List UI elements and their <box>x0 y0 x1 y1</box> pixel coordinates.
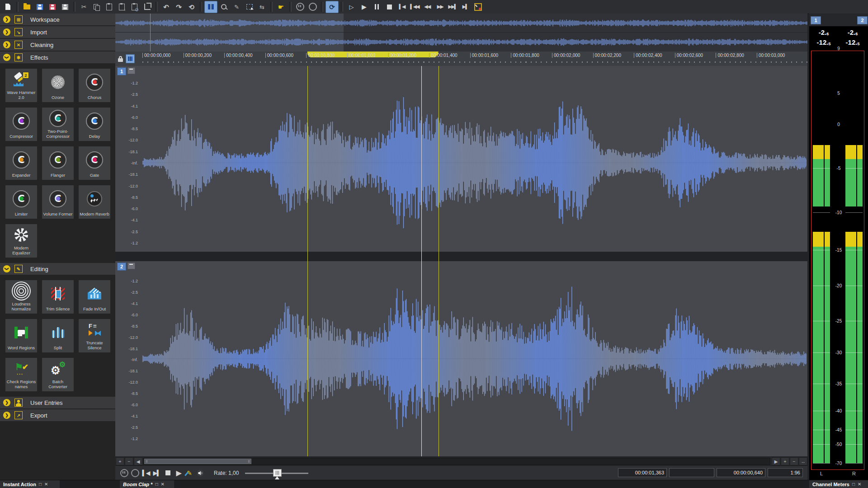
expand-arrow-icon[interactable]: ❯ <box>3 399 10 406</box>
channel-2-waveform[interactable] <box>142 261 807 456</box>
paste-button[interactable] <box>103 1 115 13</box>
hand-tool-button[interactable]: ☛ <box>275 1 287 13</box>
draw-tool-button[interactable]: ✎ <box>231 1 243 13</box>
scrollbar-track[interactable] <box>143 458 770 465</box>
sidebar-section-cleaning[interactable]: ❯✕Cleaning <box>0 39 115 51</box>
undo-button[interactable]: ↶ <box>160 1 172 13</box>
forward-button[interactable]: ▶▶ <box>434 1 446 13</box>
close-icon[interactable]: ✕ <box>44 482 48 487</box>
transport-stop-button[interactable] <box>162 468 173 479</box>
timeline-ruler[interactable]: 00:00:00,00000:00:00,20000:00:00,40000:0… <box>115 52 807 66</box>
record-pause-button[interactable] <box>294 1 306 13</box>
transport-go-to-start-button[interactable]: ▍◀ <box>141 468 151 479</box>
snap-tool-button[interactable] <box>126 54 135 63</box>
expand-arrow-icon[interactable]: ❯ <box>3 28 10 36</box>
sidebar-section-export[interactable]: ❯↗Export <box>0 409 115 421</box>
lock-icon[interactable] <box>118 56 123 62</box>
stop-button[interactable] <box>383 1 396 13</box>
paste-special-button[interactable] <box>116 1 128 13</box>
file-overview-strip[interactable] <box>115 14 807 52</box>
play-from-start-button[interactable]: ▷ <box>345 1 358 13</box>
channel-1-badge[interactable]: 1 <box>117 67 126 75</box>
channel-meters-tab[interactable]: Channel Meters □ ✕ <box>809 480 868 488</box>
restore-window-icon[interactable]: □ <box>155 482 158 487</box>
channel-2-badge[interactable]: 2 <box>117 263 126 271</box>
compressor-tile[interactable]: CCompressor <box>5 108 37 141</box>
limiter-tile[interactable]: CLimiter <box>5 185 37 219</box>
transport-go-to-end-button[interactable]: ▶▍ <box>151 468 162 479</box>
skip-forward-button[interactable]: ▶▶▍ <box>447 1 459 13</box>
skip-back-button[interactable]: ▍◀◀ <box>409 1 421 13</box>
document-tab[interactable]: Boom Clap * □ ✕ <box>120 480 174 488</box>
word-regions-tile[interactable]: Word Regions <box>5 319 37 352</box>
redo-button[interactable]: ↷ <box>173 1 185 13</box>
loudness-normalize-tile[interactable]: Loudness Normalize <box>5 280 37 314</box>
scrollbar-thumb[interactable] <box>144 459 251 464</box>
trim-crop-button[interactable] <box>141 1 153 13</box>
open-file-button[interactable] <box>21 1 33 13</box>
flanger-tile[interactable]: CFlanger <box>42 146 74 180</box>
modern-reverb-tile[interactable]: Modern Reverb <box>79 185 110 219</box>
trim-silence-tile[interactable]: Trim Silence <box>42 280 74 314</box>
sidebar-section-workspace[interactable]: ❯⊞Workspace <box>0 14 115 25</box>
meter-tab-1[interactable]: 1 <box>811 16 821 24</box>
zoom-in-button[interactable]: + <box>116 457 124 465</box>
fade-in-out-tile[interactable]: Fade In/Out <box>79 280 110 314</box>
expand-arrow-icon[interactable]: ❯ <box>3 41 10 48</box>
volume-former-tile[interactable]: CVolume Former <box>42 185 74 219</box>
transport-monitor-button[interactable] <box>195 468 206 479</box>
edit-tool-button[interactable] <box>204 1 217 13</box>
zoom-tool-button[interactable] <box>218 1 230 13</box>
new-file-button[interactable] <box>2 1 14 13</box>
batch-converter-tile[interactable]: ⚙⚙Batch Converter <box>42 358 74 391</box>
go-to-end-button[interactable]: ▶▍ <box>459 1 472 13</box>
loop-playback-button[interactable]: ⟳ <box>326 1 339 13</box>
go-to-start-button[interactable]: ▍◀ <box>396 1 408 13</box>
expand-arrow-icon[interactable]: ❯ <box>3 16 10 23</box>
close-icon[interactable]: ✕ <box>160 482 164 487</box>
pause-button[interactable] <box>371 1 383 13</box>
sidebar-section-user-entries[interactable]: ❯User Entries <box>0 397 115 408</box>
zoom-in-button-2[interactable]: + <box>781 457 789 465</box>
transport-play-button[interactable]: ▶ <box>173 468 184 479</box>
transport-record-pause-button[interactable] <box>119 468 130 479</box>
gate-tile[interactable]: CGate <box>79 146 110 180</box>
zoom-out-button[interactable]: − <box>125 457 133 465</box>
rate-slider[interactable] <box>245 468 308 479</box>
object-selection-button[interactable] <box>243 1 255 13</box>
record-special-button[interactable] <box>472 1 484 13</box>
channel-minimize-button[interactable] <box>127 67 135 74</box>
expand-arrow-icon[interactable]: ❯ <box>3 412 10 419</box>
save-as-button[interactable] <box>46 1 58 13</box>
modern-equalizer-tile[interactable]: Modern Equalizer <box>5 224 37 258</box>
wave-hammer-2-0-tile[interactable]: 2Wave Hammer 2.0 <box>5 69 37 102</box>
delay-tile[interactable]: CDelay <box>79 108 110 141</box>
scroll-left-button[interactable]: ◀ <box>134 457 142 465</box>
truncate-silence-tile[interactable]: FTruncate Silence <box>79 319 110 352</box>
sidebar-section-import[interactable]: ❯↘Import <box>0 26 115 38</box>
ozone-tile[interactable]: Ozone <box>42 69 74 102</box>
sidebar-section-effects[interactable]: ❯✱Effects <box>0 52 115 63</box>
channel-minimize-button[interactable] <box>127 263 135 269</box>
navigation-button[interactable]: ⇆ <box>256 1 268 13</box>
play-button[interactable]: ▶ <box>358 1 370 13</box>
channel-2-waveform-pane[interactable]: -1.2-2.5-4.1-6.0-8.5-12.0-18.1-Inf.-18.1… <box>115 261 807 456</box>
instant-action-tab[interactable]: Instant Action □ ✕ <box>0 480 60 488</box>
transport-record-button[interactable] <box>130 468 141 479</box>
selection-length-display[interactable]: 00:00:00,640 <box>717 468 765 477</box>
meter-tab-2[interactable]: 2 <box>857 16 868 24</box>
sidebar-section-editing[interactable]: ❯✎Editing <box>0 263 115 275</box>
cursor-position-display[interactable]: 00:00:01,363 <box>618 468 667 477</box>
expander-tile[interactable]: CExpander <box>5 146 37 180</box>
rewind-button[interactable]: ◀◀ <box>421 1 434 13</box>
channel-1-waveform[interactable] <box>142 66 807 252</box>
scroll-right-button[interactable]: ▶ <box>772 457 780 465</box>
check-regions-names-tile[interactable]: ⚑✔...Check Regions names <box>5 358 37 391</box>
two-point-compressor-tile[interactable]: CTwo-Point-Compressor <box>42 108 74 141</box>
chorus-tile[interactable]: CChorus <box>79 69 110 102</box>
repeat-button[interactable]: ⟲ <box>185 1 198 13</box>
copy-button[interactable] <box>90 1 103 13</box>
rate-slider-handle[interactable] <box>273 469 282 477</box>
cut-button[interactable]: ✂ <box>78 1 90 13</box>
save-all-button[interactable] <box>59 1 71 13</box>
